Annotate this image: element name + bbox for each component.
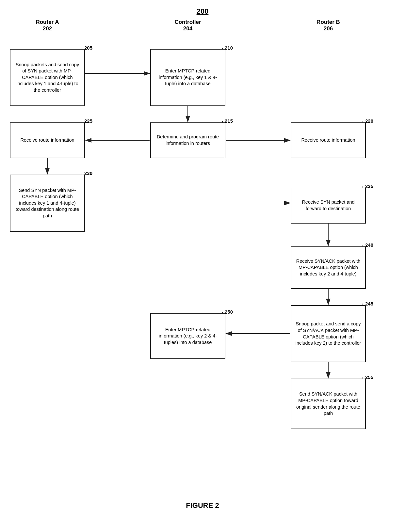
ref-label-210: 210 xyxy=(225,45,233,51)
box-215: Determine and program route information … xyxy=(150,122,225,158)
col-header-controller-label: Controller xyxy=(150,19,225,25)
diagram-title: 200 xyxy=(0,7,405,16)
ref-label-230: 230 xyxy=(84,170,92,176)
box-210: Enter MPTCP-related information (e.g., k… xyxy=(150,49,225,106)
ref-label-225: 225 xyxy=(84,118,92,124)
col-header-router-a: Router A 202 xyxy=(10,19,85,32)
box-230: Send SYN packet with MP-CAPABLE option (… xyxy=(10,175,85,232)
col-header-controller-num: 204 xyxy=(150,25,225,32)
col-header-router-a-num: 202 xyxy=(10,25,85,32)
col-header-controller: Controller 204 xyxy=(150,19,225,32)
box-245: Snoop packet and send a copy of SYN/ACK … xyxy=(291,305,366,362)
box-250: Enter MPTCP-related information (e.g., k… xyxy=(150,313,225,359)
ref-label-205: 205 xyxy=(84,45,92,51)
ref-label-220: 220 xyxy=(365,118,373,124)
col-header-router-b: Router B 206 xyxy=(291,19,366,32)
ref-label-235: 235 xyxy=(365,183,373,189)
ref-label-215: 215 xyxy=(225,118,233,124)
ref-label-255: 255 xyxy=(365,374,373,380)
col-header-router-a-label: Router A xyxy=(10,19,85,25)
col-header-router-b-num: 206 xyxy=(291,25,366,32)
ref-label-250: 250 xyxy=(225,309,233,315)
ref-label-245: 245 xyxy=(365,301,373,306)
figure-caption: FIGURE 2 xyxy=(0,501,405,510)
box-205: Snoop packets and send copy of SYN packe… xyxy=(10,49,85,106)
diagram-container: 200 Router A 202 Controller 204 Router B… xyxy=(0,0,405,516)
box-255: Send SYN/ACK packet with MP-CAPABLE opti… xyxy=(291,379,366,429)
ref-label-240: 240 xyxy=(365,242,373,248)
col-header-router-b-label: Router B xyxy=(291,19,366,25)
box-225: Receive route information xyxy=(10,122,85,158)
box-220: Receive route information xyxy=(291,122,366,158)
box-235: Receive SYN packet and forward to destin… xyxy=(291,188,366,224)
box-240: Receive SYN/ACK packet with MP-CAPABLE o… xyxy=(291,246,366,289)
